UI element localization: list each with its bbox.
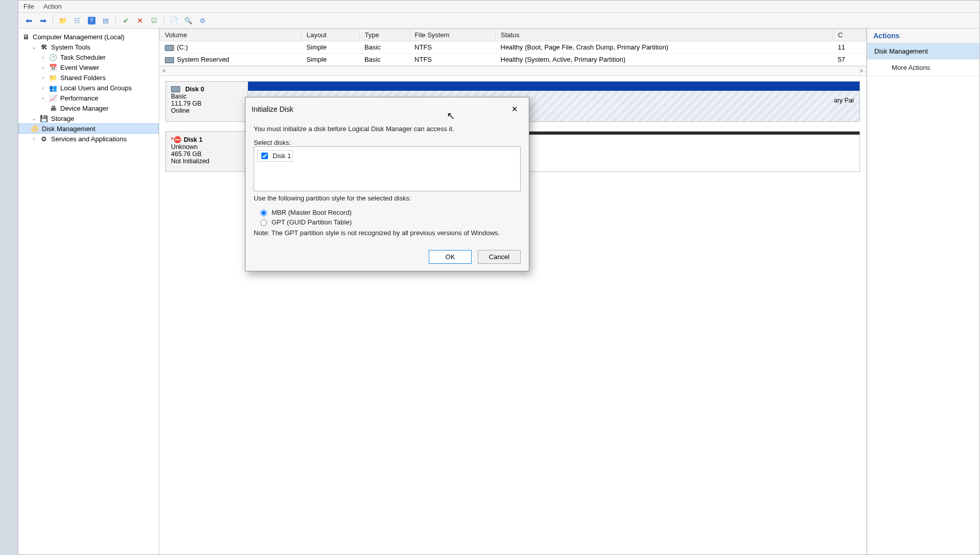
shared-folder-icon: 📁 (49, 73, 57, 82)
tree-disk-management[interactable]: 📀 Disk Management (18, 123, 159, 134)
cell: NTFS (409, 41, 495, 54)
navigation-tree[interactable]: 🖥 Computer Management (Local) ⌄ 🛠 System… (18, 29, 159, 554)
delete-button[interactable]: ✕ (134, 14, 146, 27)
separator (53, 15, 53, 26)
scroll-left-icon[interactable]: < (162, 67, 166, 74)
volume-list[interactable]: Volume Layout Type File System Status C … (159, 29, 866, 66)
dialog-body: You must initialize a disk before Logica… (246, 120, 529, 250)
cell: (C:) (177, 43, 188, 51)
tree-storage[interactable]: ⌄ 💾 Storage (18, 113, 159, 123)
radio-gpt-row[interactable]: GPT (GUID Partition Table) (258, 218, 521, 226)
close-button[interactable]: ✕ (506, 103, 523, 116)
col-layout[interactable]: Layout (301, 29, 359, 41)
partition-tail-text: ary Par (834, 97, 854, 104)
menu-file[interactable]: File (23, 3, 34, 10)
tree-local-users[interactable]: › 👥 Local Users and Groups (18, 83, 159, 93)
tree-services-apps[interactable]: › ⚙ Services and Applications (18, 134, 159, 144)
tree-label: Device Manager (60, 105, 109, 112)
list-icon: ☷ (74, 17, 80, 24)
chevron-right-icon[interactable]: › (31, 136, 37, 142)
radio-mbr-row[interactable]: MBR (Master Boot Record) (258, 208, 521, 216)
chevron-down-icon[interactable]: ⌄ (31, 44, 37, 51)
menu-action[interactable]: Action (43, 3, 62, 10)
actions-disk-management[interactable]: Disk Management (867, 43, 979, 60)
toolbar: ⬅ ➡ 📁 ☷ ? ▤ ✔ ✕ ☑ 📄 🔍 ⚙ (18, 13, 979, 29)
radio-mbr[interactable] (260, 210, 267, 216)
disk-size: 465.76 GB (171, 150, 242, 158)
col-fs[interactable]: File System (409, 29, 495, 41)
computer-management-window: File Action ⬅ ➡ 📁 ☷ ? ▤ ✔ ✕ ☑ 📄 🔍 ⚙ 🖥 Co… (18, 0, 980, 555)
disk-1-checkbox[interactable] (261, 153, 268, 159)
disk-name: Disk 1 (184, 136, 203, 143)
check-icon: ☑ (151, 17, 157, 24)
window-icon: ▤ (103, 17, 109, 24)
tree-label: Local Users and Groups (60, 84, 132, 92)
computer-icon: 🖥 (21, 33, 30, 41)
actions-more[interactable]: More Actions (867, 60, 979, 76)
chevron-right-icon[interactable]: › (40, 85, 46, 91)
tree-label: Disk Management (42, 125, 95, 133)
new-icon: 📄 (170, 17, 178, 24)
tree-task-scheduler[interactable]: › 🕑 Task Scheduler (18, 52, 159, 62)
help-button[interactable]: ? (85, 14, 97, 27)
tree-system-tools[interactable]: ⌄ 🛠 System Tools (18, 42, 159, 52)
cell: System Reserved (177, 56, 230, 63)
disk-icon: 📀 (31, 124, 39, 133)
check-button[interactable]: ☑ (148, 14, 160, 27)
chevron-right-icon[interactable]: › (40, 54, 46, 60)
radio-gpt-label: GPT (GUID Partition Table) (272, 218, 352, 226)
drive-icon (165, 57, 174, 63)
tree-root[interactable]: 🖥 Computer Management (Local) (18, 32, 159, 42)
chevron-down-icon[interactable]: ⌄ (31, 115, 37, 122)
cell: Simple (301, 41, 359, 54)
col-status[interactable]: Status (496, 29, 833, 41)
actions-pane: Actions Disk Management More Actions (867, 29, 979, 554)
horizontal-scroll[interactable]: < > (159, 66, 866, 76)
chevron-right-icon[interactable]: › (40, 95, 46, 101)
tree-performance[interactable]: › 📈 Performance (18, 93, 159, 103)
table-row[interactable]: System Reserved Simple Basic NTFS Health… (160, 54, 866, 66)
tree-label: Task Scheduler (60, 54, 106, 61)
back-button[interactable]: ⬅ (22, 14, 35, 27)
properties-button[interactable]: ☷ (71, 14, 83, 27)
disk-select-list[interactable]: Disk 1 (254, 146, 521, 191)
cell: NTFS (409, 54, 495, 66)
tools-icon: 🛠 (40, 43, 48, 51)
col-volume[interactable]: Volume (160, 29, 302, 41)
cell: 57 (832, 54, 866, 66)
dialog-titlebar[interactable]: Initialize Disk ✕ (246, 97, 529, 120)
tree-event-viewer[interactable]: › 📅 Event Viewer (18, 62, 159, 72)
chevron-right-icon[interactable]: › (40, 64, 46, 70)
tree-device-manager[interactable]: 🖶 Device Manager (18, 103, 159, 113)
initialize-disk-dialog: Initialize Disk ✕ You must initialize a … (245, 97, 529, 271)
dialog-note: Note: The GPT partition style is not rec… (254, 229, 521, 237)
tree-shared-folders[interactable]: › 📁 Shared Folders (18, 72, 159, 83)
disk-checkbox-row[interactable]: Disk 1 (257, 150, 293, 162)
folder-button[interactable]: 📁 (57, 14, 69, 27)
refresh-icon: ✔ (123, 17, 129, 24)
radio-gpt[interactable] (260, 219, 267, 226)
close-icon: ✕ (511, 105, 518, 114)
scroll-right-icon[interactable]: > (860, 67, 863, 74)
cell: 11 (832, 41, 866, 54)
col-type[interactable]: Type (359, 29, 409, 41)
new-button[interactable]: 📄 (168, 14, 180, 27)
cell: Healthy (System, Active, Primary Partiti… (496, 54, 833, 66)
table-row[interactable]: (C:) Simple Basic NTFS Healthy (Boot, Pa… (160, 41, 866, 54)
col-capacity[interactable]: C (832, 29, 866, 41)
separator (115, 15, 116, 26)
menubar: File Action (18, 1, 979, 13)
cancel-button[interactable]: Cancel (478, 250, 521, 264)
ok-button[interactable]: OK (429, 250, 472, 264)
find-button[interactable]: 🔍 (182, 14, 194, 27)
chevron-right-icon[interactable]: › (40, 74, 46, 81)
settings-button[interactable]: ⚙ (197, 14, 209, 27)
disk-kind: Basic (171, 93, 242, 100)
forward-button[interactable]: ➡ (37, 14, 49, 27)
disk-1-header: *⛔Disk 1 Unknown 465.76 GB Not Initializ… (166, 132, 248, 171)
error-icon: *⛔ (171, 136, 182, 143)
folder-icon: 📁 (59, 17, 67, 24)
refresh-button[interactable]: ✔ (119, 14, 132, 27)
view-button[interactable]: ▤ (100, 14, 112, 27)
tree-label: Event Viewer (60, 64, 99, 71)
